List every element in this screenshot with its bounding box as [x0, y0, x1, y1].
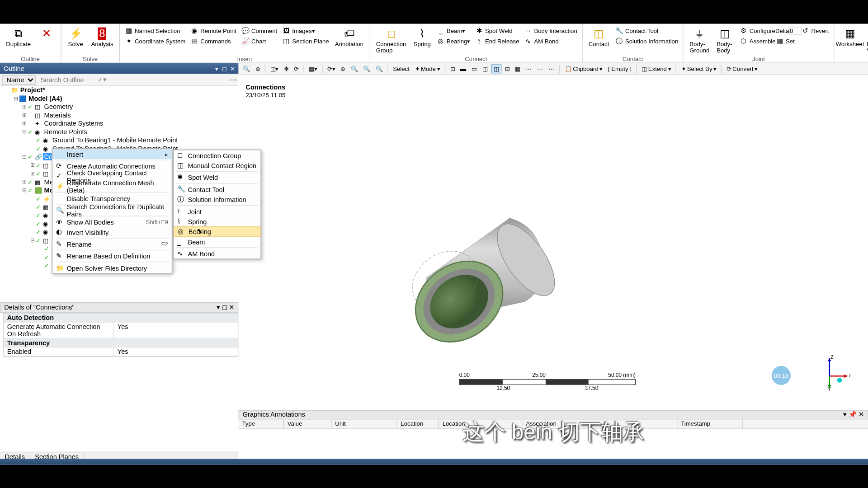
tree-project[interactable]: 📁Project*: [0, 86, 239, 94]
select-by-dropdown[interactable]: ✦ Select By▾: [679, 65, 718, 73]
outline-pin-icon[interactable]: ◻: [222, 66, 227, 72]
ctx-search-dup[interactable]: 🔍Search Connections for Duplicate Pairs: [52, 205, 172, 215]
sel-more1-icon[interactable]: ⋯: [524, 65, 533, 73]
col-timestamp[interactable]: Timestamp: [677, 420, 743, 429]
tree-remote-points[interactable]: ⊟✓◉Remote Points: [0, 127, 239, 136]
remote-point-button[interactable]: ◉Remote Point: [188, 25, 239, 36]
tree-materials[interactable]: ⊞◫Materials: [0, 111, 239, 119]
sub-spot-weld[interactable]: ✱Spot Weld: [174, 172, 261, 182]
tree-rp1[interactable]: ✓◉Ground To Bearing1 - Mobile Remote Poi…: [0, 136, 239, 144]
details-dropdown-icon[interactable]: ▾: [217, 303, 220, 310]
connection-group-button[interactable]: ◻Connection Group: [373, 25, 410, 55]
outline-close-icon[interactable]: ✕: [230, 66, 235, 72]
zoom-out-icon[interactable]: 🔍: [349, 65, 360, 73]
sel-elem-icon[interactable]: ▦: [513, 65, 522, 73]
sel-more2-icon[interactable]: ⋯: [535, 65, 545, 73]
assemble-button[interactable]: ⬡Assemble ▦Set: [737, 36, 831, 47]
filter-dropdown[interactable]: Name: [2, 75, 36, 84]
body-interaction-button[interactable]: ↔Body Interaction: [522, 25, 580, 36]
sel-edge-icon[interactable]: ▬: [458, 65, 468, 73]
ctx-open-solver[interactable]: 📁Open Solver Files Directory: [52, 263, 172, 273]
zoom-fit-icon[interactable]: 🔍: [241, 65, 252, 73]
body-ground-button[interactable]: ⏚Body-Ground: [686, 25, 713, 55]
contact-tool-button[interactable]: 🔧Contact Tool: [613, 25, 680, 36]
ctx-disable-trans[interactable]: Disable Transparency: [52, 193, 172, 203]
rotate-cw-icon[interactable]: ⟳▾: [326, 65, 337, 73]
auto-detection-category[interactable]: Auto Detection: [7, 314, 54, 321]
ctx-insert[interactable]: Insert▸: [52, 149, 172, 159]
configure-button[interactable]: ⚙Configure Delta ↺Revert: [737, 25, 831, 36]
solve-button[interactable]: ⚡Solve: [64, 25, 88, 48]
am-bond-button[interactable]: ∿AM Bond: [522, 36, 580, 47]
sub-contact-tool[interactable]: 🔧Contact Tool: [174, 184, 261, 194]
sel-more3-icon[interactable]: ⋯: [547, 65, 556, 73]
sub-sol-info[interactable]: ⓘSolution Information: [174, 194, 261, 204]
zoom-icon[interactable]: ⊕: [254, 65, 262, 73]
col-type[interactable]: Type: [239, 420, 284, 429]
body-body-button[interactable]: ◫Body-Body: [713, 25, 737, 55]
sel-active-icon[interactable]: ◫: [491, 64, 501, 73]
transparency-category[interactable]: Transparency: [7, 339, 50, 347]
convert-dropdown[interactable]: ⟳ Convert▾: [725, 65, 760, 73]
close-button[interactable]: ✕: [34, 25, 58, 42]
sel-node-icon[interactable]: ⊡: [503, 65, 511, 73]
pan-icon[interactable]: ✥: [282, 65, 290, 73]
tree-geometry[interactable]: ⊞✓◫Geometry: [0, 103, 239, 111]
ctx-rename[interactable]: ✎RenameF2: [52, 239, 172, 249]
view-icon[interactable]: ▦▾: [307, 65, 319, 73]
annot-close-icon[interactable]: ✕: [859, 411, 864, 418]
tree-coord-sys[interactable]: ⊞✦Coordinate Systems: [0, 119, 239, 127]
gen-auto-value[interactable]: Yes: [114, 323, 238, 338]
ctx-regen[interactable]: ⚡Regenerate Connection Mesh (Beta): [52, 181, 172, 191]
zoom-in-icon[interactable]: ⊕: [339, 65, 347, 73]
section-plane-button[interactable]: ◫Section Plane: [280, 36, 331, 47]
delta-input[interactable]: [789, 27, 801, 34]
spring-button[interactable]: ⌇Spring: [410, 25, 434, 48]
worksheet-button[interactable]: ▦Worksheet: [836, 25, 863, 48]
ctx-show-all[interactable]: 👁Show All BodiesShift+F9: [52, 217, 172, 227]
comment-button[interactable]: 💬Comment: [239, 25, 279, 36]
annotation-button[interactable]: 🏷Annotation: [331, 25, 367, 48]
sel-face-icon[interactable]: ▭: [470, 65, 479, 73]
details-pin-icon[interactable]: ◻: [222, 303, 227, 310]
mode-dropdown[interactable]: ✦ Mode▾: [413, 65, 442, 73]
bearing-button[interactable]: ◎Bearing▾: [434, 36, 472, 47]
annot-dropdown-icon[interactable]: ▾: [843, 411, 847, 418]
end-release-button[interactable]: ⟟End Release: [472, 36, 522, 47]
ctx-invert-vis[interactable]: ◐Invert Visibility: [52, 227, 172, 237]
sub-manual-contact[interactable]: ◫Manual Contact Region: [174, 160, 261, 170]
ctx-rename-def[interactable]: ✎Rename Based on Definition: [52, 251, 172, 261]
sub-bearing[interactable]: ◎Bearing: [174, 226, 261, 236]
col-unit[interactable]: Unit: [331, 420, 397, 429]
tree-model[interactable]: ⊟🟦Model (A4): [0, 94, 239, 102]
sub-spring[interactable]: ⌇Spring: [174, 216, 261, 226]
col-value[interactable]: Value: [284, 420, 332, 429]
annot-pin-icon[interactable]: 📌: [849, 411, 857, 418]
solution-info-button[interactable]: ⓘSolution Information: [613, 36, 680, 47]
named-selection-button[interactable]: ▦Named Selection: [122, 25, 188, 36]
sub-am-bond[interactable]: ∿AM Bond: [174, 249, 261, 258]
filter-apply-icon[interactable]: ✓▾: [98, 76, 107, 84]
zoom-window-icon[interactable]: 🔍: [374, 65, 385, 73]
sub-conn-group[interactable]: ◻Connection Group: [174, 150, 261, 160]
coord-sys-button[interactable]: ✦Coordinate System: [122, 36, 188, 47]
spot-weld-button[interactable]: ✱Spot Weld: [472, 25, 522, 36]
sub-beam[interactable]: ⎯Beam: [174, 237, 261, 247]
search-outline-input[interactable]: [38, 76, 98, 83]
sel-point-icon[interactable]: ⊡: [448, 65, 457, 73]
3d-viewport[interactable]: Connections 23/10/25 11:05 0.0025.0050.0…: [239, 75, 868, 409]
col-locx[interactable]: Location: [397, 420, 439, 429]
cube-icon[interactable]: ◫▾: [269, 65, 280, 73]
col-locy[interactable]: Location: [439, 420, 523, 429]
clipboard-dropdown[interactable]: 📋 Clipboard▾: [563, 65, 604, 73]
chart-button[interactable]: 📈Chart: [239, 36, 279, 47]
zoom-extents-icon[interactable]: 🔍: [361, 65, 372, 73]
sel-body-icon[interactable]: ◫: [481, 65, 490, 73]
col-assoc[interactable]: Association: [522, 420, 677, 429]
analysis-button[interactable]: 8Analysis: [88, 25, 117, 48]
contact-button[interactable]: ◫Contact: [585, 25, 613, 48]
beam-button[interactable]: ⎯Beam▾: [434, 25, 472, 36]
triad[interactable]: X Z Y: [821, 355, 850, 391]
outline-dropdown-icon[interactable]: ▾: [215, 66, 218, 72]
enabled-value[interactable]: Yes: [114, 347, 238, 356]
